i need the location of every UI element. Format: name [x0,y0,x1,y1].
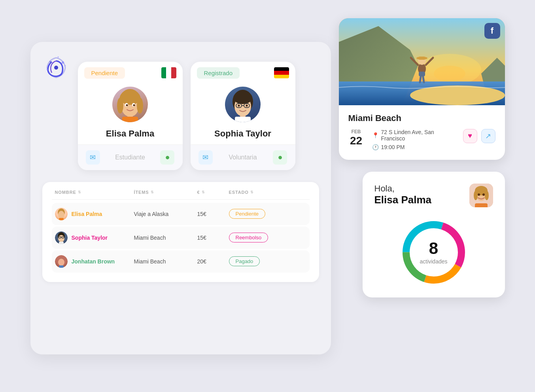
sort-icon-estado[interactable]: ⇅ [250,190,254,194]
status-pill-elisa: Pendiente [229,209,266,219]
sort-icon-price[interactable]: ⇅ [202,190,205,194]
svg-point-60 [474,191,478,200]
table-row: Sophia Taylor Miami Beach 15€ Reembolso [52,227,310,249]
activities-label: actividades [420,258,447,265]
event-details: FEB 22 📍 72 S Linden Ave, San Francisco … [348,129,495,150]
sort-icon-nombre[interactable]: ⇅ [78,190,81,194]
svg-rect-31 [59,218,64,220]
th-nombre: NOMBRE ⇅ [55,190,134,195]
event-time: 🕐 19:00 PM [372,144,455,150]
avatar-sophia [225,87,261,122]
status-badge-sophia: Registrado [197,67,240,79]
share-button[interactable]: ↗ [481,129,495,143]
donut-center: 8 actividades [420,240,447,265]
svg-point-22 [233,91,252,104]
sort-icon-items[interactable]: ⇅ [151,190,154,194]
greeting-name: Elisa Palma [374,194,432,206]
love-button[interactable]: ♥ [463,129,477,143]
th-estado: ESTADO ⇅ [229,190,288,195]
card-footer-sophia: ✉ Voluntaria ● [191,144,295,170]
greeting-text: Hola, [374,184,432,194]
row-price-sophia: 15€ [197,235,229,241]
svg-point-3 [49,72,50,74]
row-item-jonhatan: Miami Beach [134,258,197,265]
svg-rect-28 [235,117,251,122]
flag-italy-icon [161,67,176,78]
table-section: NOMBRE ⇅ ÍTEMS ⇅ € ⇅ ESTADO ⇅ [42,182,319,282]
table-row: Elisa Palma Viaje a Alaska 15€ Pendiente [52,203,310,225]
table-row: Jonhatan Brown Miami Beach 20€ Pagado [52,250,310,273]
event-image: f [339,18,505,105]
card-name-sophia: Sophia Taylor [191,125,295,144]
table-rows: Elisa Palma Viaje a Alaska 15€ Pendiente [52,203,310,273]
svg-rect-36 [59,242,64,244]
svg-point-30 [58,211,64,219]
svg-rect-63 [475,203,488,207]
activities-count: 8 [420,240,447,257]
event-address: 📍 72 S Linden Ave, San Francisco [372,129,455,142]
role-label-sophia: Voluntaria [229,154,257,161]
stats-header: Hola, Elisa Palma [374,184,493,207]
avatar-container-elisa [78,83,183,125]
user-card-sophia: Registrado [191,62,295,170]
svg-point-38 [58,259,64,266]
card-footer-elisa: ✉ Estudiante ● [78,144,183,170]
status-pill-sophia: Reembolso [229,233,268,242]
svg-point-59 [485,191,489,200]
event-day: 22 [350,134,362,147]
stats-card: Hola, Elisa Palma [363,172,505,297]
svg-point-27 [246,104,248,106]
email-icon-elisa[interactable]: ✉ [86,150,100,165]
cards-row: Pendiente [78,62,319,170]
user-card-elisa: Pendiente [78,62,183,170]
role-label-elisa: Estudiante [115,154,145,161]
greeting-block: Hola, Elisa Palma [374,184,432,206]
svg-point-4 [49,61,51,62]
row-price-jonhatan: 20€ [197,258,229,265]
svg-point-42 [434,66,465,81]
svg-point-33 [58,235,64,242]
row-name-elisa: Elisa Palma [55,208,134,220]
svg-point-6 [46,69,47,70]
status-pill-jonhatan: Pagado [229,256,260,266]
svg-point-61 [478,193,480,196]
right-panel: f Miami Beach FEB 22 📍 72 S Linden Ave, … [339,18,505,297]
svg-point-13 [137,98,143,114]
svg-point-26 [238,104,240,106]
event-title: Miami Beach [348,113,495,123]
svg-rect-39 [59,265,64,268]
stats-avatar [469,184,493,207]
app-logo [42,54,70,81]
svg-point-12 [117,98,123,114]
mini-avatar-sophia [55,231,68,244]
row-status-sophia: Reembolso [229,233,288,242]
svg-point-5 [64,65,66,66]
row-status-jonhatan: Pagado [229,256,288,266]
clock-icon: 🕐 [372,144,379,150]
event-meta: 📍 72 S Linden Ave, San Francisco 🕐 19:00… [372,129,455,150]
mini-avatar-elisa [55,208,68,220]
status-badge-elisa: Pendiente [84,67,125,79]
svg-point-17 [133,104,135,106]
row-item-sophia: Miami Beach [134,235,197,241]
main-panel: Pendiente [30,42,331,354]
email-icon-sophia[interactable]: ✉ [198,150,213,165]
svg-point-62 [482,193,485,196]
row-name-sophia: Sophia Taylor [55,231,134,244]
row-item-elisa: Viaje a Alaska [134,211,197,217]
svg-rect-50 [419,57,425,60]
facebook-badge[interactable]: f [484,23,500,39]
svg-rect-55 [419,72,425,76]
donut-chart: 8 actividades [374,217,493,288]
whatsapp-icon-elisa[interactable]: ● [160,150,174,165]
svg-point-7 [57,56,59,57]
event-month: FEB [352,129,361,134]
card-name-elisa: Elisa Palma [78,125,183,144]
mini-avatar-jonhatan [55,255,68,268]
location-icon: 📍 [372,132,379,138]
svg-rect-18 [122,117,138,122]
row-price-elisa: 15€ [197,211,229,217]
avatar-elisa [112,87,148,122]
whatsapp-icon-sophia[interactable]: ● [273,150,287,165]
event-info: Miami Beach FEB 22 📍 72 S Linden Ave, Sa… [339,105,505,160]
